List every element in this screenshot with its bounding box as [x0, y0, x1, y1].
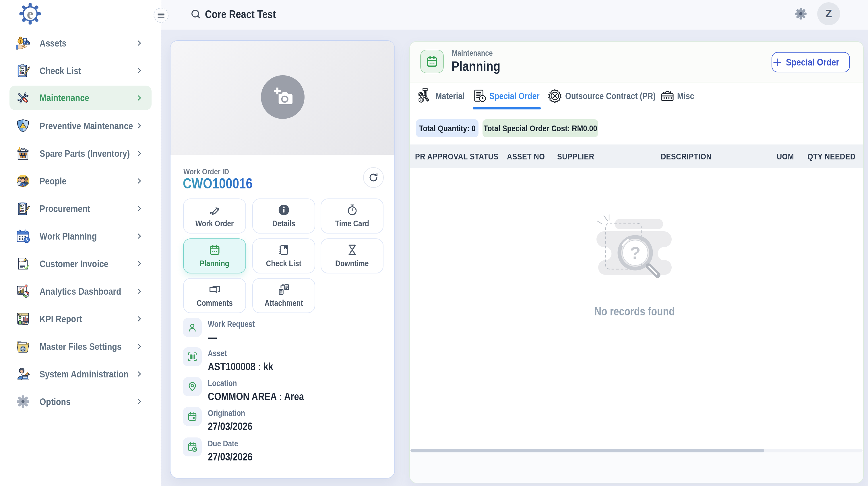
svg-text:?: ?: [630, 243, 641, 262]
svg-text:e: e: [27, 5, 34, 22]
svg-text:KPI: KPI: [23, 322, 28, 325]
svg-text:$: $: [20, 40, 21, 43]
